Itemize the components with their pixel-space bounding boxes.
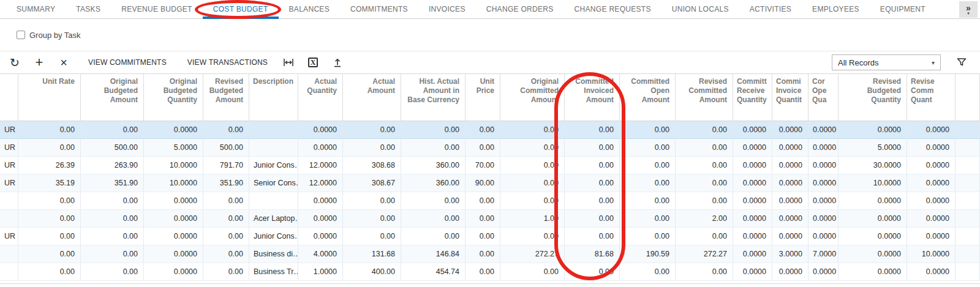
column-header-unit-rate[interactable]: Unit Rate <box>18 74 81 121</box>
cell-revised-committed-quantity[interactable]: 0.0000 <box>907 210 956 227</box>
cell-actual-amount[interactable]: 0.00 <box>343 121 401 138</box>
cell-original-committed-amount[interactable]: 272.27 <box>500 245 565 263</box>
tab-invoices[interactable]: INVOICES <box>418 0 476 18</box>
cell-revised-committed-quantity[interactable]: 0.0000 <box>907 228 956 245</box>
cell-committed-invoiced-amount[interactable]: 0.00 <box>565 174 620 192</box>
cell-actual-quantity[interactable]: 4.0000 <box>298 245 343 263</box>
cell-committed-invoiced-amount[interactable]: 0.00 <box>565 228 620 245</box>
cell-unit-rate[interactable]: 0.00 <box>18 245 81 263</box>
cell-revised-budgeted-quantity[interactable]: 0.0000 <box>839 263 907 280</box>
cell-actual-amount[interactable]: 0.00 <box>343 210 401 227</box>
column-header-committed-open-quantity[interactable]: Cor Ope Qua <box>809 74 839 121</box>
cell-committed-invoiced-amount[interactable]: 0.00 <box>565 210 620 227</box>
group-by-task-checkbox[interactable] <box>17 31 25 39</box>
tab-balances[interactable]: BALANCES <box>279 0 340 18</box>
cell-committed-invoiced-amount[interactable]: 0.00 <box>565 263 620 280</box>
cell-committed-invoiced-quantity[interactable]: 3.0000 <box>772 245 809 263</box>
table-row[interactable]: UR0.000.000.00000.00Junior Cons…0.00000.… <box>0 228 980 245</box>
cell-revised-budgeted-quantity[interactable]: 10.0000 <box>839 174 907 192</box>
cell-committed-open-quantity[interactable]: 0.0000 <box>809 228 839 245</box>
cell-committed-received-quantity[interactable]: 0.0000 <box>733 210 772 227</box>
cell-revised-committed-quantity[interactable]: 0.0000 <box>907 157 956 174</box>
upload-button[interactable] <box>330 54 345 70</box>
cell-original-budgeted-quantity[interactable]: 10.0000 <box>144 157 203 174</box>
column-header-committed-received-quantity[interactable]: Committ Receive Quantity <box>733 74 772 121</box>
cell-revised-budgeted-amount[interactable]: 0.00 <box>203 245 249 263</box>
cell-revised-committed-amount[interactable]: 0.00 <box>676 263 733 280</box>
column-header-hist-actual-amount-in-base-currency[interactable]: Hist. Actual Amount in Base Currency <box>401 74 466 121</box>
cell-actual-quantity[interactable]: 0.0000 <box>298 121 343 138</box>
cell-original-budgeted-amount[interactable]: 0.00 <box>81 245 144 263</box>
cell-original-committed-amount[interactable]: 0.00 <box>500 192 565 209</box>
cell-original-budgeted-amount[interactable]: 500.00 <box>81 139 144 156</box>
cell-committed-received-quantity[interactable]: 0.0000 <box>733 121 772 138</box>
cell-description[interactable]: Acer Laptop… <box>249 210 298 227</box>
cell-committed-open-amount[interactable]: 190.59 <box>620 245 676 263</box>
column-header-unit-price[interactable]: Unit Price <box>466 74 500 121</box>
cell-revised-budgeted-amount[interactable]: 791.70 <box>203 157 249 174</box>
cell-uom[interactable]: UR <box>0 228 18 245</box>
cell-actual-quantity[interactable]: 0.0000 <box>298 210 343 227</box>
column-header-actual-amount[interactable]: Actual Amount <box>343 74 401 121</box>
cell-committed-invoiced-quantity[interactable]: 0.0000 <box>772 228 809 245</box>
cell-committed-open-amount[interactable]: 0.00 <box>620 228 676 245</box>
cell-revised-committed-quantity[interactable]: 0.0000 <box>907 139 956 156</box>
cell-committed-received-quantity[interactable]: 0.0000 <box>733 174 772 192</box>
cell-actual-amount[interactable]: 308.68 <box>343 157 401 174</box>
cell-original-budgeted-amount[interactable]: 0.00 <box>81 210 144 227</box>
cell-original-budgeted-amount[interactable]: 263.90 <box>81 157 144 174</box>
tab-change-orders[interactable]: CHANGE ORDERS <box>476 0 564 18</box>
cell-unit-rate[interactable]: 0.00 <box>18 121 81 138</box>
cell-revised-budgeted-quantity[interactable]: 30.0000 <box>839 157 907 174</box>
cell-actual-quantity[interactable]: 0.0000 <box>298 228 343 245</box>
cell-committed-invoiced-quantity[interactable]: 0.0000 <box>772 139 809 156</box>
cell-uom[interactable]: UR <box>0 174 18 192</box>
cell-revised-budgeted-amount[interactable]: 500.00 <box>203 139 249 156</box>
cell-hist-actual-amount-in-base-currency[interactable]: 0.00 <box>401 139 466 156</box>
cell-actual-quantity[interactable]: 12.0000 <box>298 174 343 192</box>
cell-uom[interactable] <box>0 263 18 280</box>
cell-original-budgeted-quantity[interactable]: 0.0000 <box>144 228 203 245</box>
cell-revised-committed-amount[interactable]: 2.00 <box>676 210 733 227</box>
cell-committed-invoiced-amount[interactable]: 81.68 <box>565 245 620 263</box>
cell-original-budgeted-amount[interactable]: 0.00 <box>81 263 144 280</box>
column-header-uom[interactable] <box>0 74 18 121</box>
cell-original-budgeted-quantity[interactable]: 0.0000 <box>144 245 203 263</box>
cell-revised-budgeted-amount[interactable]: 351.90 <box>203 174 249 192</box>
cell-committed-invoiced-quantity[interactable]: 0.0000 <box>772 192 809 209</box>
cell-revised-budgeted-amount[interactable]: 0.00 <box>203 263 249 280</box>
cell-committed-received-quantity[interactable]: 0.0000 <box>733 245 772 263</box>
cell-uom[interactable] <box>0 210 18 227</box>
cell-unit-rate[interactable]: 0.00 <box>18 210 81 227</box>
filter-settings-button[interactable] <box>954 54 969 70</box>
column-header-revised-committed-quantity[interactable]: Revise Comm Quant <box>907 74 956 121</box>
cell-actual-amount[interactable]: 0.00 <box>343 139 401 156</box>
cell-unit-price[interactable]: 0.00 <box>466 192 500 209</box>
cell-committed-invoiced-quantity[interactable]: 0.0000 <box>772 210 809 227</box>
cell-original-budgeted-quantity[interactable]: 5.0000 <box>144 139 203 156</box>
cell-committed-open-quantity[interactable]: 0.0000 <box>809 139 839 156</box>
cell-unit-price[interactable]: 70.00 <box>466 157 500 174</box>
cell-actual-amount[interactable]: 308.67 <box>343 174 401 192</box>
cell-unit-price[interactable]: 0.00 <box>466 263 500 280</box>
cell-committed-invoiced-quantity[interactable]: 0.0000 <box>772 263 809 280</box>
cell-revised-budgeted-amount[interactable]: 0.00 <box>203 192 249 209</box>
tab-employees[interactable]: EMPLOYEES <box>802 0 870 18</box>
cell-committed-open-quantity[interactable]: 0.0000 <box>809 157 839 174</box>
cell-actual-amount[interactable]: 0.00 <box>343 228 401 245</box>
cell-revised-budgeted-quantity[interactable]: 0.0000 <box>839 192 907 209</box>
cell-unit-price[interactable]: 0.00 <box>466 245 500 263</box>
cell-uom[interactable] <box>0 192 18 209</box>
cell-hist-actual-amount-in-base-currency[interactable]: 146.84 <box>401 245 466 263</box>
tab-overflow-button[interactable]: » ▾ <box>959 1 978 18</box>
cell-actual-quantity[interactable]: 0.0000 <box>298 192 343 209</box>
cell-revised-budgeted-amount[interactable]: 0.00 <box>203 121 249 138</box>
cell-revised-budgeted-quantity[interactable]: 0.0000 <box>839 121 907 138</box>
column-header-revised-budgeted-quantity[interactable]: Revised Budgeted Quantity <box>839 74 907 121</box>
cell-hist-actual-amount-in-base-currency[interactable]: 360.00 <box>401 157 466 174</box>
cell-original-budgeted-quantity[interactable]: 0.0000 <box>144 263 203 280</box>
cell-description[interactable] <box>249 121 298 138</box>
delete-row-button[interactable]: × <box>56 54 71 70</box>
cell-revised-committed-quantity[interactable]: 0.0000 <box>907 263 956 280</box>
tab-summary[interactable]: SUMMARY <box>6 0 66 18</box>
